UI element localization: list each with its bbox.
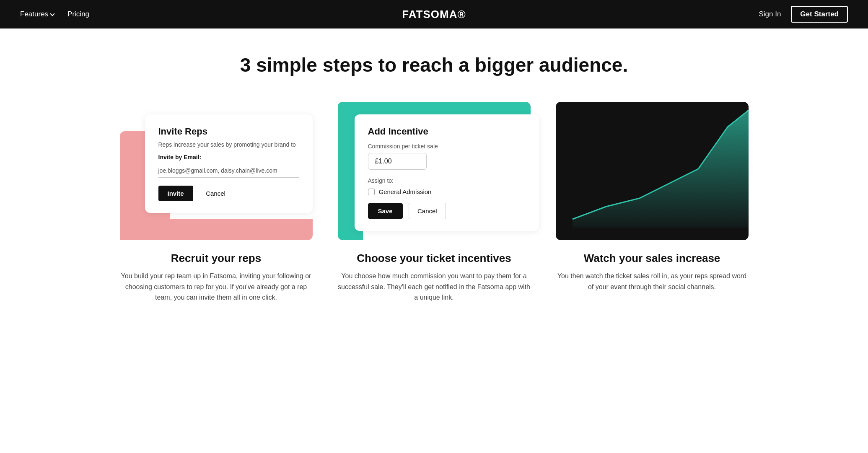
hero-section: 3 simple steps to reach a bigger audienc…	[0, 28, 868, 93]
step-1: Invite Reps Reps increase your sales by …	[120, 102, 313, 303]
sales-chart-svg	[556, 102, 749, 240]
step2-desc: You choose how much commission you want …	[338, 271, 531, 303]
invite-email-label: Invite by Email:	[158, 154, 299, 160]
sales-chart-card	[556, 102, 749, 240]
invite-reps-desc: Reps increase your sales by promoting yo…	[158, 141, 299, 148]
step3-title: Watch your sales increase	[584, 252, 720, 265]
features-label: Features	[20, 10, 48, 18]
add-incentive-title: Add Incentive	[368, 126, 526, 137]
step3-desc: You then watch the ticket sales roll in,…	[556, 271, 749, 292]
site-logo: FATSOMA®	[402, 8, 466, 21]
step2-title: Choose your ticket incentives	[357, 252, 511, 265]
commission-label: Commission per ticket sale	[368, 143, 526, 150]
ticket-type-row: General Admission	[368, 188, 526, 195]
steps-section: Invite Reps Reps increase your sales by …	[0, 93, 868, 337]
step1-desc: You build your rep team up in Fatsoma, i…	[120, 271, 313, 303]
step2-card-wrapper: Add Incentive Commission per ticket sale…	[338, 102, 531, 240]
assign-label: Assign to:	[368, 177, 526, 184]
save-button[interactable]: Save	[368, 203, 403, 219]
chart-area	[573, 110, 749, 228]
get-started-button[interactable]: Get Started	[791, 6, 848, 23]
invite-button[interactable]: Invite	[158, 186, 193, 201]
invite-reps-title: Invite Reps	[158, 126, 299, 137]
invite-email-input[interactable]	[158, 164, 299, 178]
cancel-incentive-button[interactable]: Cancel	[409, 203, 446, 219]
signin-link[interactable]: Sign In	[759, 10, 781, 18]
chevron-down-icon	[50, 11, 54, 16]
invite-reps-card: Invite Reps Reps increase your sales by …	[145, 114, 313, 213]
pink-bg-bottom	[120, 219, 313, 240]
add-incentive-card: Add Incentive Commission per ticket sale…	[355, 114, 539, 231]
features-menu[interactable]: Features	[20, 10, 54, 18]
general-admission-label: General Admission	[379, 188, 432, 195]
step-3: Watch your sales increase You then watch…	[556, 102, 749, 292]
cancel-invite-button[interactable]: Cancel	[199, 186, 232, 201]
general-admission-checkbox[interactable]	[368, 189, 375, 195]
hero-heading: 3 simple steps to reach a bigger audienc…	[8, 54, 860, 77]
commission-input[interactable]: £1.00	[368, 153, 427, 170]
step1-card-wrapper: Invite Reps Reps increase your sales by …	[120, 102, 313, 240]
pricing-link[interactable]: Pricing	[67, 10, 89, 18]
step1-title: Recruit your reps	[171, 252, 261, 265]
step-2: Add Incentive Commission per ticket sale…	[338, 102, 531, 303]
